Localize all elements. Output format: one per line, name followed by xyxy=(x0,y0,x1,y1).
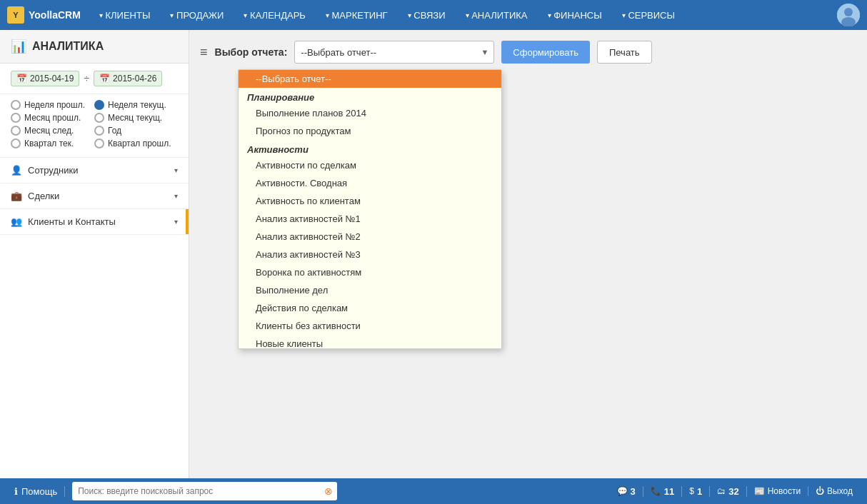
form-button[interactable]: Сформировать xyxy=(501,41,590,64)
sidebar-accent-bar xyxy=(186,209,189,234)
radio-circle-month-next xyxy=(11,126,21,136)
nav-item-services[interactable]: ▾ СЕРВИСЫ xyxy=(611,0,683,30)
search-clear-icon[interactable]: ⊗ xyxy=(324,485,333,497)
dropdown-item-act-8[interactable]: Выполнение дел xyxy=(239,281,501,299)
radio-year[interactable]: Год xyxy=(94,126,178,136)
nav-item-sales[interactable]: ▾ ПРОДАЖИ xyxy=(159,0,232,30)
radio-month-curr[interactable]: Месяц текущ. xyxy=(94,113,178,123)
dropdown-item-act-5[interactable]: Анализ активностей №2 xyxy=(239,228,501,246)
nav-item-connections[interactable]: ▾ СВЯЗИ xyxy=(396,0,454,30)
dropdown-item-act-6[interactable]: Анализ активностей №3 xyxy=(239,246,501,263)
content-area: ≡ Выбор отчета: --Выбрать отчет-- ▼ Сфор… xyxy=(189,30,867,478)
radio-row-1: Неделя прошл. Неделя текущ. xyxy=(11,100,178,110)
calendar-from-icon: 📅 xyxy=(16,74,27,84)
help-icon: ℹ xyxy=(14,486,18,497)
nav-arrow-connections: ▾ xyxy=(408,11,411,19)
nav-arrow-finance: ▾ xyxy=(548,11,551,19)
radio-circle-week-prev xyxy=(11,100,21,110)
print-button[interactable]: Печать xyxy=(597,41,652,64)
chat-icon: 💬 xyxy=(617,486,628,496)
footer: ℹ Помощь ⊗ 💬 3 📞 11 $ 1 🗂 32 📰 Новости ⏻… xyxy=(0,478,867,504)
radio-week-prev[interactable]: Неделя прошл. xyxy=(11,100,94,110)
radio-circle-month-curr xyxy=(94,113,104,123)
dropdown-item-plan-2[interactable]: Прогноз по продуктам xyxy=(239,122,501,140)
dropdown-item-plan-1[interactable]: Выполнение планов 2014 xyxy=(239,104,501,122)
phone-icon: 📞 xyxy=(651,486,661,496)
nav-arrow-sales: ▾ xyxy=(170,11,174,19)
radio-circle-month-prev xyxy=(11,113,21,123)
footer-badge-files[interactable]: 🗂 32 xyxy=(710,486,746,497)
report-select[interactable]: --Выбрать отчет-- xyxy=(294,41,494,64)
radio-circle-quarter-curr xyxy=(11,138,21,148)
sidebar-title: 📊 АНАЛИТИКА xyxy=(0,30,189,64)
dropdown-item-act-2[interactable]: Активности. Сводная xyxy=(239,174,501,192)
report-toolbar: ≡ Выбор отчета: --Выбрать отчет-- ▼ Сфор… xyxy=(200,41,856,64)
footer-badge-news[interactable]: 📰 Новости xyxy=(747,486,808,496)
dropdown-item-act-1[interactable]: Активности по сделкам xyxy=(239,156,501,174)
clients-arrow-icon: ▾ xyxy=(174,218,178,226)
radio-week-curr[interactable]: Неделя текущ. xyxy=(94,100,178,110)
sidebar: 📊 АНАЛИТИКА 📅 2015-04-19 ÷ 📅 2015-04-26 … xyxy=(0,30,189,478)
nav-item-analytics[interactable]: ▾ АНАЛИТИКА xyxy=(454,0,536,30)
money-icon: $ xyxy=(689,486,694,496)
footer-badge-phone[interactable]: 📞 11 xyxy=(643,486,682,497)
files-icon: 🗂 xyxy=(717,486,726,496)
dropdown-scrollable[interactable]: --Выбрать отчет-- Планирование Выполнени… xyxy=(239,70,501,348)
radio-section: Неделя прошл. Неделя текущ. Месяц прошл.… xyxy=(0,94,189,158)
nav-item-calendar[interactable]: ▾ КАЛЕНДАРЬ xyxy=(232,0,314,30)
nav-item-finance[interactable]: ▾ ФИНАНСЫ xyxy=(536,0,611,30)
radio-row-4: Квартал тек. Квартал прошл. xyxy=(11,138,178,148)
dropdown-item-act-9[interactable]: Действия по сделкам xyxy=(239,299,501,317)
dropdown-list: --Выбрать отчет-- Планирование Выполнени… xyxy=(238,69,502,349)
dropdown-category-planning: Планирование xyxy=(239,88,501,104)
radio-circle-week-curr xyxy=(94,100,104,110)
analytics-icon: 📊 xyxy=(11,39,26,54)
footer-search: ⊗ xyxy=(72,482,337,500)
nav-item-clients[interactable]: ▾ КЛИЕНТЫ xyxy=(88,0,159,30)
report-label: Выбор отчета: xyxy=(215,46,288,58)
calendar-to-icon: 📅 xyxy=(99,74,110,84)
employees-icon: 👤 xyxy=(11,165,22,176)
nav-logo[interactable]: Y YoollaCRM xyxy=(7,6,81,24)
radio-circle-year xyxy=(94,126,104,136)
logo-icon: Y xyxy=(7,6,24,24)
footer-help[interactable]: ℹ Помощь xyxy=(7,486,65,497)
dropdown-category-activities: Активности xyxy=(239,140,501,156)
report-select-wrapper: --Выбрать отчет-- ▼ xyxy=(294,41,494,64)
footer-badge-money[interactable]: $ 1 xyxy=(682,486,710,497)
main-layout: 📊 АНАЛИТИКА 📅 2015-04-19 ÷ 📅 2015-04-26 … xyxy=(0,30,867,478)
radio-circle-quarter-prev xyxy=(94,138,104,148)
date-section: 📅 2015-04-19 ÷ 📅 2015-04-26 xyxy=(0,64,189,94)
user-avatar[interactable] xyxy=(837,4,860,26)
menu-icon[interactable]: ≡ xyxy=(200,45,208,60)
dropdown-item-act-10[interactable]: Клиенты без активности xyxy=(239,317,501,335)
nav-arrow-marketing: ▾ xyxy=(326,11,329,19)
radio-quarter-curr[interactable]: Квартал тек. xyxy=(11,138,94,148)
date-to[interactable]: 📅 2015-04-26 xyxy=(94,71,162,86)
clients-icon: 👥 xyxy=(11,216,22,227)
nav-item-marketing[interactable]: ▾ МАРКЕТИНГ xyxy=(314,0,396,30)
radio-month-next[interactable]: Месяц след. xyxy=(11,126,94,136)
footer-badge-chat[interactable]: 💬 3 xyxy=(610,486,643,497)
footer-badge-logout[interactable]: ⏻ Выход xyxy=(808,486,860,496)
radio-row-3: Месяц след. Год xyxy=(11,126,178,136)
nav-arrow-services: ▾ xyxy=(622,11,626,19)
sidebar-item-deals[interactable]: 💼 Сделки ▾ xyxy=(0,183,189,209)
radio-month-prev[interactable]: Месяц прошл. xyxy=(11,113,94,123)
date-from[interactable]: 📅 2015-04-19 xyxy=(11,71,79,86)
sidebar-item-employees[interactable]: 👤 Сотрудники ▾ xyxy=(0,158,189,183)
sidebar-item-clients[interactable]: 👥 Клиенты и Контакты ▾ xyxy=(0,209,189,235)
dropdown-item-act-11[interactable]: Новые клиенты xyxy=(239,335,501,348)
date-separator: ÷ xyxy=(84,73,89,84)
dropdown-item-act-7[interactable]: Воронка по активностям xyxy=(239,263,501,281)
logo-text: YoollaCRM xyxy=(29,9,81,21)
search-input[interactable] xyxy=(72,482,337,500)
dropdown-item-placeholder[interactable]: --Выбрать отчет-- xyxy=(239,70,501,88)
nav-arrow-calendar: ▾ xyxy=(244,11,247,19)
dropdown-item-act-4[interactable]: Анализ активностей №1 xyxy=(239,210,501,228)
radio-row-2: Месяц прошл. Месяц текущ. xyxy=(11,113,178,123)
news-icon: 📰 xyxy=(754,486,765,496)
dropdown-item-act-3[interactable]: Активность по клиентам xyxy=(239,192,501,210)
nav-arrow-clients: ▾ xyxy=(99,11,103,19)
radio-quarter-prev[interactable]: Квартал прошл. xyxy=(94,138,178,148)
